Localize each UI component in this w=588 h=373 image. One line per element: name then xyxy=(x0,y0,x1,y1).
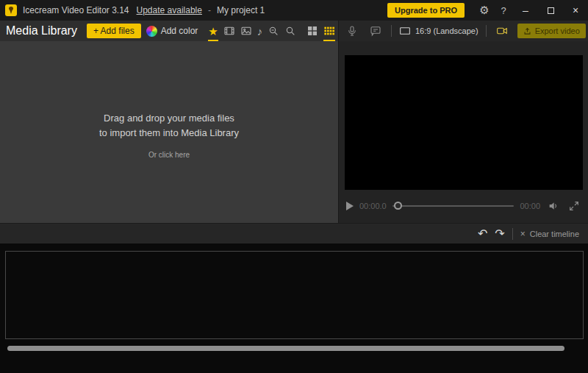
volume-button[interactable] xyxy=(546,199,561,213)
grid-small-icon xyxy=(323,25,335,37)
aspect-ratio-label: 16:9 (Landscape) xyxy=(415,26,478,35)
color-wheel-icon xyxy=(146,26,157,37)
dropzone-message: Drag and drop your media files to import… xyxy=(0,111,338,161)
image-icon xyxy=(240,25,252,37)
toolbar: Media Library + Add files Add color ★ xyxy=(0,21,588,41)
zoom-out-button[interactable] xyxy=(268,21,279,41)
titlebar: Icecream Video Editor 3.14 Update availa… xyxy=(0,0,588,21)
filter-audio-button[interactable]: ♪ xyxy=(257,21,263,41)
empty-timeline-track xyxy=(5,251,584,339)
speaker-icon xyxy=(548,200,559,212)
music-note-icon: ♪ xyxy=(257,26,263,37)
or-click-here-link[interactable]: Or click here xyxy=(0,149,338,161)
total-time: 00:00 xyxy=(520,202,540,210)
subtitles-button[interactable] xyxy=(368,21,384,41)
settings-gear-icon[interactable]: ⚙ xyxy=(475,0,494,21)
film-icon xyxy=(223,25,235,37)
help-button[interactable]: ? xyxy=(494,0,513,21)
fullscreen-button[interactable] xyxy=(567,199,581,213)
preview-panel: 00:00.0 00:00 xyxy=(338,41,588,223)
export-video-button[interactable]: Export video xyxy=(517,24,586,38)
view-large-grid-button[interactable] xyxy=(306,21,318,41)
export-video-label: Export video xyxy=(535,26,580,35)
timeline-toolbar: ↶ ↷ × Clear timeline xyxy=(0,223,588,244)
zoom-out-icon xyxy=(268,25,279,37)
webcam-capture-button[interactable] xyxy=(494,21,510,41)
drop-line-2: to import them into Media Library xyxy=(0,126,338,141)
search-icon xyxy=(284,25,296,37)
seek-slider[interactable] xyxy=(392,201,514,211)
video-camera-icon xyxy=(496,25,508,37)
expand-icon xyxy=(568,200,580,212)
timeline-scrollbar[interactable] xyxy=(7,346,564,351)
clear-timeline-label: Clear timeline xyxy=(530,230,579,238)
preview-header: 16:9 (Landscape) Export video xyxy=(338,21,588,41)
app-logo-icon xyxy=(5,4,17,16)
add-color-button[interactable]: Add color xyxy=(146,26,198,37)
star-icon: ★ xyxy=(208,26,218,37)
speech-bubble-icon xyxy=(370,25,381,37)
clear-x-icon: × xyxy=(520,229,526,239)
titlebar-separator: - xyxy=(208,5,211,15)
seek-track xyxy=(392,205,514,207)
header-divider xyxy=(391,25,392,37)
app-title: Icecream Video Editor 3.14 xyxy=(23,5,129,15)
maximize-button[interactable] xyxy=(538,0,563,21)
add-files-button[interactable]: + Add files xyxy=(87,24,141,38)
minimize-button[interactable]: – xyxy=(513,0,538,21)
timeline-area[interactable] xyxy=(0,244,588,373)
voiceover-button[interactable] xyxy=(344,21,360,41)
monitor-icon xyxy=(399,25,411,37)
microphone-icon xyxy=(346,25,358,37)
search-button[interactable] xyxy=(284,21,296,41)
update-available-link[interactable]: Update available xyxy=(137,5,202,15)
drop-line-1: Drag and drop your media files xyxy=(0,111,338,126)
add-color-label: Add color xyxy=(161,26,198,36)
undo-button[interactable]: ↶ xyxy=(478,228,487,240)
play-button[interactable] xyxy=(346,202,354,210)
upload-icon xyxy=(523,27,531,35)
redo-button[interactable]: ↷ xyxy=(495,228,504,240)
clear-timeline-button[interactable]: × Clear timeline xyxy=(520,229,579,239)
filter-all-star-button[interactable]: ★ xyxy=(208,21,218,41)
main-area: Drag and drop your media files to import… xyxy=(0,41,588,223)
seek-handle[interactable] xyxy=(394,202,402,210)
media-library-dropzone[interactable]: Drag and drop your media files to import… xyxy=(0,41,338,223)
project-name: My project 1 xyxy=(217,5,265,15)
filter-videos-button[interactable] xyxy=(223,21,235,41)
video-preview-screen xyxy=(345,55,583,190)
upgrade-to-pro-button[interactable]: Upgrade to PRO xyxy=(387,3,465,18)
app-window: Icecream Video Editor 3.14 Update availa… xyxy=(0,0,588,373)
filter-images-button[interactable] xyxy=(240,21,252,41)
current-time: 00:00.0 xyxy=(359,202,387,210)
playback-controls: 00:00.0 00:00 xyxy=(346,193,581,219)
aspect-ratio-selector[interactable]: 16:9 (Landscape) xyxy=(399,25,478,37)
header-divider xyxy=(486,25,487,37)
grid-large-icon xyxy=(306,25,318,37)
media-library-toolbar: Media Library + Add files Add color ★ xyxy=(0,21,338,41)
panel-title: Media Library xyxy=(6,24,77,38)
timeline-toolbar-divider xyxy=(512,228,513,240)
view-small-grid-button[interactable] xyxy=(323,21,335,41)
maximize-icon xyxy=(548,7,554,14)
close-button[interactable]: × xyxy=(563,0,588,21)
